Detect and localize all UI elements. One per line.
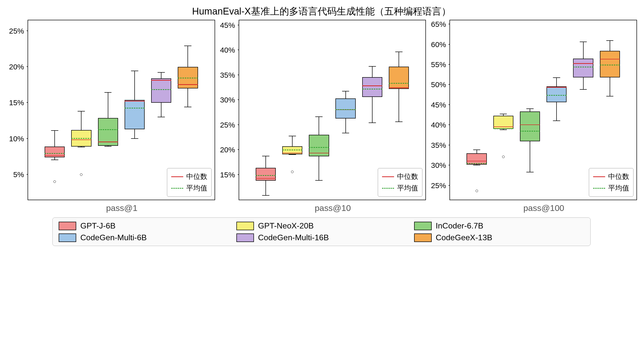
mean-line [256,175,276,176]
median-line [151,80,171,81]
mini-legend-label: 平均值 [397,183,418,193]
y-tick-label: 40% [220,46,235,54]
mini-legend-mean: 平均值 [171,182,207,194]
mini-legend-label: 中位数 [608,172,629,181]
mean-line [178,78,198,78]
boxplot [544,20,569,200]
y-tick-label: 25% [431,181,446,190]
mini-legend-label: 平均值 [608,183,629,193]
whisker-cap [78,147,85,147]
mean-line [71,138,91,139]
median-line [125,101,145,101]
chart-panel: 5%10%15%20%25%中位数平均值pass@1 [5,20,216,213]
dashed-line-icon [171,188,183,189]
whisker-cap [158,117,165,117]
plot-area: 5%10%15%20%25%中位数平均值 [28,20,215,200]
whisker-cap [262,156,269,156]
box [493,116,513,129]
y-tick-mark [448,64,450,65]
model-legend: GPT-J-6BGPT-NeoX-20BInCoder-6.7BCodeGen-… [52,217,590,246]
outlier [502,156,505,158]
median-line [282,153,302,154]
y-tick-label: 15% [9,98,24,107]
y-tick-mark [238,25,239,25]
mini-legend-label: 中位数 [397,172,418,181]
y-tick-mark [27,174,28,175]
y-axis: 25%30%35%40%45%50%55%60%65% [427,20,448,200]
mean-line [151,89,171,90]
median-line [573,63,593,64]
whisker-cap [342,91,349,91]
boxplot [123,20,147,200]
legend-label: CodeGeeX-13B [436,233,492,242]
median-line [600,59,620,60]
whisker-cap [395,122,403,122]
mini-legend-median: 中位数 [593,171,629,182]
line-icon [593,176,605,177]
outlier [476,190,478,192]
y-tick-mark [448,104,450,105]
y-tick-label: 15% [220,171,235,179]
y-tick-mark [448,24,450,24]
boxplot [96,20,120,200]
y-tick-label: 30% [431,161,446,170]
legend-item: CodeGen-Multi-16B [236,233,407,242]
mini-legend: 中位数平均值 [378,168,422,197]
whisker-cap [184,107,192,107]
mini-legend-median: 中位数 [171,171,207,182]
mini-legend-label: 中位数 [186,172,207,181]
y-tick-mark [238,99,239,100]
legend-item: CodeGen-Multi-6B [59,233,229,242]
whisker-cap [315,180,323,181]
y-tick-mark [448,185,450,186]
y-tick-label: 60% [431,40,446,49]
legend-label: CodeGen-Multi-16B [258,233,329,242]
mean-line [45,153,65,154]
legend-item: GPT-NeoX-20B [236,221,407,230]
mean-line [573,67,593,67]
y-tick-label: 25% [220,121,235,129]
y-tick-mark [27,102,28,103]
boxplot [334,20,358,200]
boxplot [518,20,542,200]
whisker-cap [526,172,534,172]
mean-line [98,129,118,130]
whisker-cap [395,52,403,52]
boxplot [307,20,331,200]
y-tick-mark [448,125,450,125]
y-tick-label: 25% [9,27,24,35]
legend-swatch [236,222,254,230]
y-tick-mark [238,75,239,75]
whisker-cap [553,120,560,121]
y-tick-label: 30% [220,96,235,104]
y-tick-mark [448,84,450,85]
whisker-cap [78,111,85,111]
median-line [467,161,487,162]
mean-line [520,131,540,132]
y-tick-label: 35% [431,141,446,150]
box [256,168,276,181]
mini-legend-mean: 平均值 [382,182,418,194]
mean-line [362,89,382,89]
mini-legend-median: 中位数 [382,171,418,182]
median-line [546,87,567,88]
mean-line [493,128,513,129]
whisker-cap [342,133,349,133]
y-tick-mark [448,44,450,45]
chart-container: HumanEval-X基准上的多语言代码生成性能（五种编程语言） 5%10%15… [5,5,638,246]
mean-line [125,108,145,108]
legend-swatch [414,233,432,242]
x-axis-label: pass@100 [449,203,638,213]
dashed-line-icon [382,188,394,189]
y-tick-label: 20% [220,146,235,154]
y-tick-label: 10% [9,135,24,143]
mini-legend-label: 平均值 [186,183,207,193]
y-tick-label: 50% [431,80,446,89]
legend-label: GPT-NeoX-20B [258,221,314,230]
mean-line [309,147,329,148]
median-line [45,155,65,156]
boxplot [43,20,67,200]
chart-panel: 15%20%25%30%35%40%45%中位数平均值pass@10 [216,20,427,213]
whisker-cap [158,72,165,73]
legend-swatch [59,233,76,242]
